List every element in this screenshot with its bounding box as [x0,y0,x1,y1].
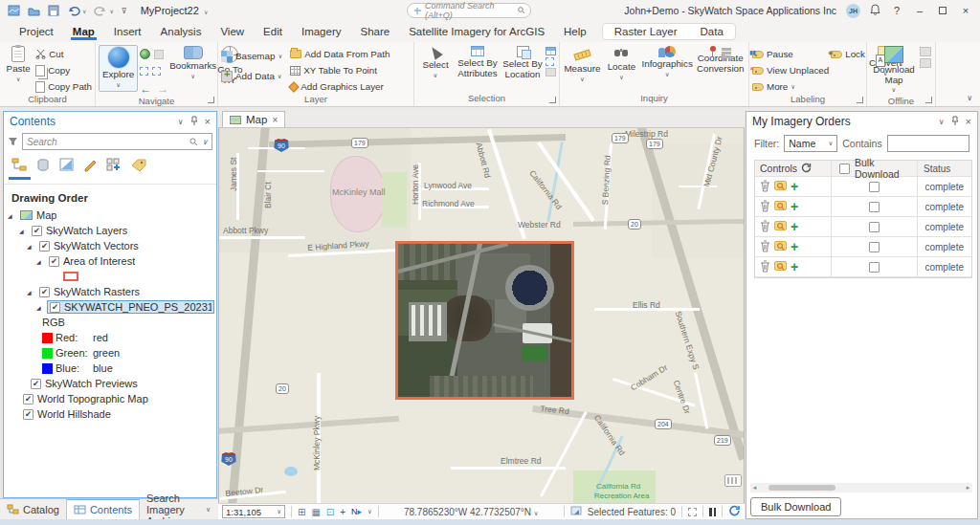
tree-item[interactable]: ◢✔SKYWATCH_PNEO_PS_20231118T1609_TC_Tile… [4,299,216,315]
layer-label[interactable]: SKYWATCH_PNEO_PS_20231118T1609_TC_Tile_.… [64,301,212,313]
select-button[interactable]: Select∨ [417,45,454,80]
satellite-image-footprint[interactable] [395,241,574,400]
locate-button[interactable]: Locate∨ [604,45,639,82]
copy-button[interactable]: Copy [35,63,92,77]
contextual-tab-raster-layer[interactable]: Raster Layer [603,24,689,39]
layer-visibility-checkbox[interactable]: ✔ [31,379,41,389]
bulk-download-checkbox[interactable] [869,262,880,273]
contextual-tab-data[interactable]: Data [689,24,735,39]
selected-features-count[interactable]: Selected Features: 0 [588,507,676,517]
expander-icon[interactable]: ◢ [27,289,34,295]
preview-order-icon[interactable] [774,260,787,273]
project-name[interactable]: MyProject22 ∨ [141,5,209,16]
add-order-to-map-icon[interactable]: + [791,201,798,212]
orders-close-icon[interactable]: × [966,116,971,127]
close-map-tab-icon[interactable]: × [272,115,278,125]
help-button[interactable]: ? [890,5,903,16]
menu-tab-satellite-imagery-for-arcgis[interactable]: Satellite Imagery for ArcGIS [399,23,554,40]
measure-button[interactable]: Measure∨ [563,45,602,84]
scrollbar-thumb[interactable] [768,485,835,491]
basemap-button[interactable]: Basemap∨ [221,49,282,63]
search-options-chevron[interactable]: ∨ [202,138,208,146]
contents-close-icon[interactable]: × [205,116,211,127]
contents-menu-chevron[interactable]: ∨ [178,118,184,126]
layer-label[interactable]: Area of Interest [63,255,135,267]
layer-label[interactable]: SkyWatch Previews [45,378,138,389]
layer-label[interactable]: SkyWatch Rasters [54,286,140,297]
order-row[interactable]: +complete [755,237,971,257]
delete-order-icon[interactable] [760,260,770,274]
selection-dialog-launcher[interactable] [549,97,556,103]
tree-item[interactable]: ◢✔SkyWatch Vectors [4,238,216,253]
list-by-labeling-icon[interactable] [131,159,146,180]
labeling-more-button[interactable]: More∨ [752,79,829,94]
navigate-dialog-launcher[interactable] [208,97,214,103]
filter-field-dropdown[interactable]: Name∨ [784,135,837,152]
layer-visibility-checkbox[interactable]: ✔ [39,287,50,297]
coordinates-display[interactable]: 78.7865230°W 42.7732507°N ∨ [385,507,558,517]
tree-item[interactable]: ◢✔Area of Interest [4,253,216,269]
expander-icon[interactable]: ◢ [36,258,44,265]
map-attribution-icon[interactable] [724,474,742,487]
cut-button[interactable]: Cut [35,47,92,61]
undo-chevron[interactable]: ∨ [82,8,86,14]
layer-label[interactable]: RGB [42,317,65,328]
pause-drawing-icon[interactable] [709,508,716,516]
full-extent-icon[interactable] [140,49,150,59]
expander-icon[interactable]: ◢ [8,212,15,219]
add-data-from-path-button[interactable]: Add Data From Path [290,47,390,61]
labeling-lock-button[interactable]: ◉Lock [831,47,865,61]
map-canvas[interactable]: Milestrip RdJames StBlair CtMcKinley Mal… [218,128,745,503]
tree-item[interactable]: ◢✔SkyWatch Rasters [4,284,216,299]
save-project-icon[interactable] [48,5,59,16]
list-by-snapping-icon[interactable] [106,158,122,180]
layer-label[interactable]: World Hillshade [37,408,111,420]
tree-item[interactable]: ✔World Topographic Map [4,391,216,406]
north-arrow-icon[interactable]: N▸ [351,507,362,516]
offline-dialog-launcher[interactable] [925,97,932,103]
bulk-download-checkbox[interactable] [869,202,880,212]
contents-search-input[interactable]: Search ∨ [22,133,212,150]
add-order-to-map-icon[interactable]: + [791,181,798,192]
close-button[interactable]: × [959,5,972,16]
filter-contains-input[interactable] [887,135,969,152]
view-unplaced-button[interactable]: ✕View Unplaced [752,63,829,77]
expander-icon[interactable]: ◢ [36,304,44,311]
selection-options-icon[interactable] [546,68,556,77]
select-by-attributes-button[interactable]: Select By Attributes [456,45,500,78]
list-by-drawing-order-icon[interactable] [11,158,28,180]
expander-icon[interactable]: ◢ [19,228,27,234]
redo-chevron[interactable]: ∨ [109,8,113,14]
add-data-button[interactable]: Add Data∨ [221,69,282,83]
delete-order-icon[interactable] [760,200,770,214]
back-arrow-icon[interactable]: ← [140,84,151,94]
delete-order-icon[interactable] [760,220,770,234]
tree-item[interactable]: ◢Map [4,208,216,223]
forward-arrow-icon[interactable]: → [157,84,168,94]
scroll-left-icon[interactable]: ◂ [750,484,759,492]
tree-item[interactable]: RGB [4,315,216,330]
redo-button[interactable] [94,5,107,16]
order-row[interactable]: +complete [755,197,971,217]
selection-box-icon[interactable] [688,508,697,516]
selection-attributes-icon[interactable] [546,47,556,55]
tree-item[interactable]: ✔SkyWatch Previews [4,376,216,391]
tree-item[interactable]: Green:green [4,345,216,361]
minimize-button[interactable]: – [913,5,926,16]
layer-label[interactable]: World Topographic Map [37,393,148,405]
add-order-to-map-icon[interactable]: + [791,221,798,232]
new-layout-icon[interactable]: ⊞ [298,507,305,517]
preview-order-icon[interactable] [774,220,787,233]
labeling-dialog-launcher[interactable] [857,97,863,103]
menu-tab-view[interactable]: View [211,23,254,40]
list-by-selection-icon[interactable] [59,158,75,180]
menu-tab-help[interactable]: Help [554,23,596,40]
bulk-download-checkbox[interactable] [869,242,880,252]
scroll-right-icon[interactable]: ▸ [964,484,972,492]
ribbon-collapse-chevron[interactable]: ∨ [967,94,972,102]
xy-table-to-point-button[interactable]: XY Table To Point [290,63,390,77]
menu-tab-analysis[interactable]: Analysis [151,23,212,40]
bulk-download-button[interactable]: Bulk Download [750,497,841,516]
layer-visibility-checkbox[interactable]: ✔ [39,241,50,252]
tree-item[interactable]: ◢✔SkyWatch Layers [4,223,216,238]
